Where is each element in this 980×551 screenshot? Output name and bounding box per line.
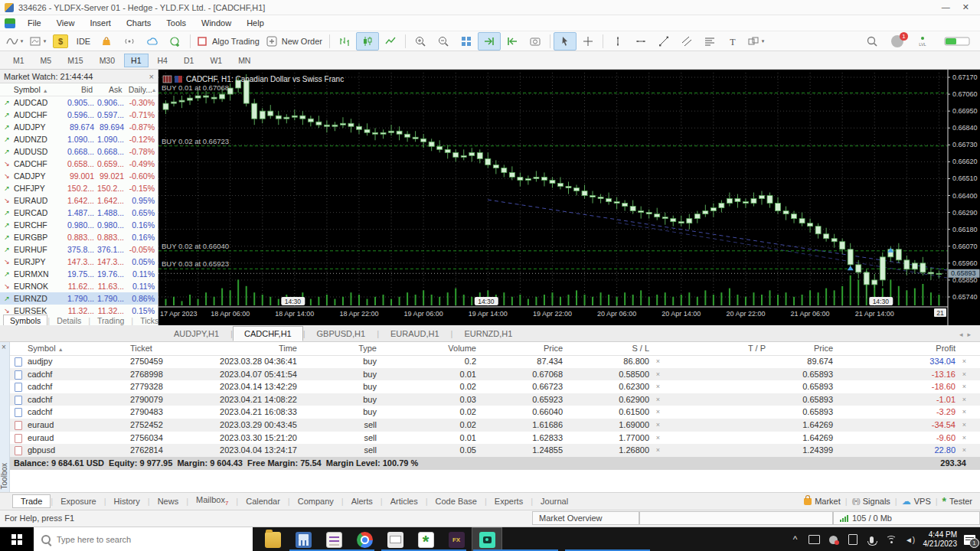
indicators-button[interactable]: ▾ xyxy=(3,32,26,51)
clipboard-tray-icon[interactable] xyxy=(847,534,859,545)
col-ticket[interactable]: Ticket xyxy=(130,344,152,353)
position-close-icon[interactable]: × xyxy=(962,357,966,365)
market-watch-row[interactable]: ↗EURHUF375.8...376.1...-0.05% xyxy=(0,243,158,256)
recorder-taskbar-button[interactable] xyxy=(472,527,502,551)
tray-expand-chevron-icon[interactable]: ^ xyxy=(789,534,802,545)
chart-tab-scroll-icons[interactable]: ◂▸ xyxy=(959,331,975,338)
screenshot-button[interactable] xyxy=(524,32,547,51)
microphone-tray-icon[interactable] xyxy=(866,534,878,545)
market-watch-row[interactable]: ↗AUDCHF0.596...0.597...-0.71% xyxy=(0,109,158,121)
file-explorer-taskbar-button[interactable] xyxy=(257,527,288,551)
sl-close-icon[interactable]: × xyxy=(656,446,660,454)
candle-chart-button[interactable] xyxy=(356,32,379,51)
market-watch-row[interactable]: ↗EURMXN19.75...19.76...0.11% xyxy=(0,268,158,280)
menu-file[interactable]: File xyxy=(20,17,49,29)
depth-of-market-button[interactable]: $ xyxy=(49,32,72,51)
position-close-icon[interactable]: × xyxy=(962,446,966,454)
sl-close-icon[interactable]: × xyxy=(656,383,660,390)
sl-close-icon[interactable]: × xyxy=(656,421,660,429)
chart-tab-euraud-h1[interactable]: EURAUD,H1 xyxy=(379,326,451,341)
metatrader-taskbar-button[interactable]: * xyxy=(410,527,441,551)
auto-scroll-button[interactable] xyxy=(478,32,501,51)
fx-app-taskbar-button[interactable]: FX xyxy=(441,527,472,551)
action-center-icon[interactable]: 1 xyxy=(964,535,975,545)
zoom-in-button[interactable] xyxy=(409,32,432,51)
signals-button[interactable] xyxy=(118,32,141,51)
chart-shift-button[interactable] xyxy=(501,32,524,51)
new-order-button[interactable]: New Order xyxy=(263,32,326,51)
sl-close-icon[interactable]: × xyxy=(656,357,660,365)
timeframe-mn[interactable]: MN xyxy=(231,54,257,67)
col-volume[interactable]: Volume xyxy=(448,344,476,353)
toolbox-close-icon[interactable]: × xyxy=(2,343,6,351)
chart-tab-cadchf-h1[interactable]: CADCHF,H1 xyxy=(233,326,303,341)
minimize-button[interactable]: — xyxy=(942,2,950,12)
display-tray-icon[interactable] xyxy=(808,534,821,545)
market-watch-row[interactable]: ↗AUDNZD1.090...1.090...-0.12% xyxy=(0,133,158,145)
trade-row[interactable]: cadchf27689982023.04.07 05:41:54buy0.010… xyxy=(0,368,980,381)
account-toggle-icon[interactable] xyxy=(942,32,972,51)
sl-close-icon[interactable]: × xyxy=(656,434,660,442)
crosshair-button[interactable] xyxy=(577,32,599,51)
chart-tab-gbpusd-h1[interactable]: GBPUSD,H1 xyxy=(305,326,377,341)
mw-scroll-up-icon[interactable]: ▴ xyxy=(152,86,158,93)
service-market[interactable]: Market xyxy=(804,497,841,506)
market-watch-row[interactable]: ↘EURSEK11.32...11.32...0.15% xyxy=(0,305,158,314)
notes-taskbar-button[interactable] xyxy=(318,527,349,551)
mw-col-symbol[interactable]: Symbol ▲ xyxy=(14,85,59,94)
trade-row[interactable]: euraud27560342023.03.30 15:21:20sell0.01… xyxy=(0,432,980,445)
position-close-icon[interactable]: × xyxy=(962,421,966,429)
position-close-icon[interactable]: × xyxy=(962,434,966,442)
chart-tab-eurnzd-h1[interactable]: EURNZD,H1 xyxy=(452,326,524,341)
tile-windows-button[interactable] xyxy=(455,32,478,51)
vps-button[interactable] xyxy=(141,32,164,51)
zoom-out-button[interactable] xyxy=(432,32,455,51)
col-tp[interactable]: T / P xyxy=(748,344,766,353)
text-button[interactable]: T xyxy=(721,32,744,51)
col-sl[interactable]: S / L xyxy=(632,344,649,353)
bar-chart-button[interactable] xyxy=(333,32,356,51)
channel-button[interactable] xyxy=(675,32,698,51)
market-watch-row[interactable]: ↗AUDUSD0.668...0.668...-0.78% xyxy=(0,145,158,158)
market-watch-row[interactable]: ↗EURNZD1.790...1.790...0.86% xyxy=(0,292,158,305)
timeframe-d1[interactable]: D1 xyxy=(177,54,201,67)
market-watch-row[interactable]: ↗EURGBP0.883...0.883...0.16% xyxy=(0,231,158,243)
timeframe-w1[interactable]: W1 xyxy=(203,54,229,67)
trendline-button[interactable] xyxy=(652,32,675,51)
bottom-tab-calendar[interactable]: Calendar xyxy=(238,495,288,507)
sl-close-icon[interactable]: × xyxy=(656,370,660,378)
bottom-tab-news[interactable]: News xyxy=(150,495,187,507)
timeframe-m1[interactable]: M1 xyxy=(6,54,31,67)
market-watch-row[interactable]: ↘EURAUD1.642...1.642...0.95% xyxy=(0,194,158,207)
calculator-taskbar-button[interactable] xyxy=(288,527,318,551)
algo-trading-button[interactable]: Algo Trading xyxy=(194,32,263,51)
search-button[interactable] xyxy=(861,32,884,51)
volume-tray-icon[interactable]: ◄) xyxy=(904,534,916,545)
market-watch-row[interactable]: ↘CADJPY99.00199.021-0.60% xyxy=(0,170,158,182)
sl-close-icon[interactable]: × xyxy=(656,396,660,403)
market-watch-row[interactable]: ↗AUDCAD0.905...0.906...-0.30% xyxy=(0,96,158,109)
col-type[interactable]: Type xyxy=(358,344,377,353)
timeframe-h1[interactable]: H1 xyxy=(124,54,148,67)
bottom-tab-alerts[interactable]: Alerts xyxy=(344,495,381,507)
menu-charts[interactable]: Charts xyxy=(119,17,158,29)
mw-col-ask[interactable]: Ask xyxy=(93,85,122,94)
bottom-tab-trade[interactable]: Trade xyxy=(12,494,51,508)
bottom-tab-experts[interactable]: Experts xyxy=(487,495,531,507)
bottom-tab-mailbox[interactable]: Mailbox7 xyxy=(188,494,236,508)
trade-row[interactable]: gbpusd27628142023.04.04 13:24:17sell0.05… xyxy=(0,444,980,457)
bottom-tab-history[interactable]: History xyxy=(106,495,148,507)
mw-col-daily[interactable]: Daily... xyxy=(122,85,152,94)
menu-window[interactable]: Window xyxy=(194,17,239,29)
market-watch-row[interactable]: ↘CADCHF0.658...0.659...-0.49% xyxy=(0,158,158,170)
app-alert-tray-icon[interactable] xyxy=(828,534,840,545)
market-watch-row[interactable]: ↗AUDJPY89.67489.694-0.87% xyxy=(0,121,158,133)
cursor-button[interactable] xyxy=(554,32,577,51)
community-button[interactable] xyxy=(164,32,187,51)
bottom-tab-code-base[interactable]: Code Base xyxy=(428,495,485,507)
menu-tools[interactable]: Tools xyxy=(158,17,194,29)
col-price-current[interactable]: Price xyxy=(814,344,833,353)
notifications-icon[interactable]: 1 xyxy=(891,35,903,47)
market-button[interactable] xyxy=(95,32,118,51)
col-symbol[interactable]: Symbol ▲ xyxy=(28,344,64,353)
